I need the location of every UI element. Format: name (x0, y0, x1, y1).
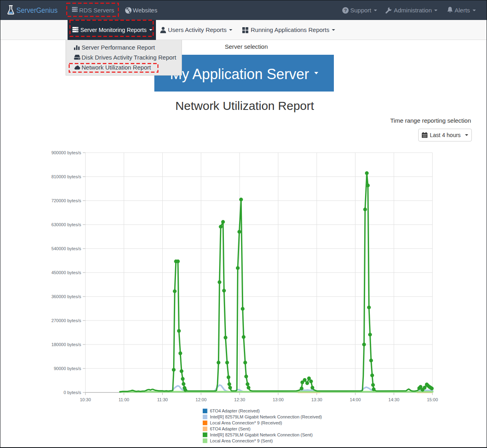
svg-text:?: ? (344, 8, 347, 13)
svg-text:11:00: 11:00 (119, 397, 130, 402)
svg-text:Local Area Connection* 9 (Rece: Local Area Connection* 9 (Received) (210, 420, 282, 425)
svg-text:Intel[R] 82579LM Gigabit Netwo: Intel[R] 82579LM Gigabit Network Connect… (210, 432, 313, 437)
svg-text:14:30: 14:30 (388, 397, 399, 402)
svg-text:810000 bytes/s: 810000 bytes/s (51, 174, 81, 179)
svg-text:12:30: 12:30 (234, 397, 245, 402)
svg-text:540000 bytes/s: 540000 bytes/s (51, 246, 81, 251)
svg-text:13:00: 13:00 (273, 397, 284, 402)
svg-text:14:00: 14:00 (350, 397, 361, 402)
svg-text:Intel[R] 82579LM Gigabit Netwo: Intel[R] 82579LM Gigabit Network Connect… (210, 414, 322, 419)
svg-text:900000 bytes/s: 900000 bytes/s (51, 150, 81, 155)
svg-text:13:30: 13:30 (311, 397, 322, 402)
svg-text:12:00: 12:00 (196, 397, 207, 402)
svg-text:270000 bytes/s: 270000 bytes/s (51, 318, 81, 323)
svg-text:630000 bytes/s: 630000 bytes/s (51, 222, 81, 227)
svg-text:90000 bytes/s: 90000 bytes/s (54, 366, 82, 371)
svg-text:450000 bytes/s: 450000 bytes/s (51, 270, 81, 275)
svg-text:10:30: 10:30 (80, 397, 91, 402)
svg-text:6TO4 Adapter (Received): 6TO4 Adapter (Received) (210, 408, 260, 413)
svg-text:720000 bytes/s: 720000 bytes/s (51, 198, 81, 203)
svg-text:11:30: 11:30 (157, 397, 168, 402)
svg-text:15:00: 15:00 (427, 397, 438, 402)
svg-text:Local Area Connection* 9 (Sent: Local Area Connection* 9 (Sent) (210, 438, 273, 443)
svg-text:6TO4 Adapter (Sent): 6TO4 Adapter (Sent) (210, 426, 250, 431)
svg-text:0 bytes/s: 0 bytes/s (64, 390, 82, 395)
svg-text:180000 bytes/s: 180000 bytes/s (51, 342, 81, 347)
svg-text:360000 bytes/s: 360000 bytes/s (51, 294, 81, 299)
